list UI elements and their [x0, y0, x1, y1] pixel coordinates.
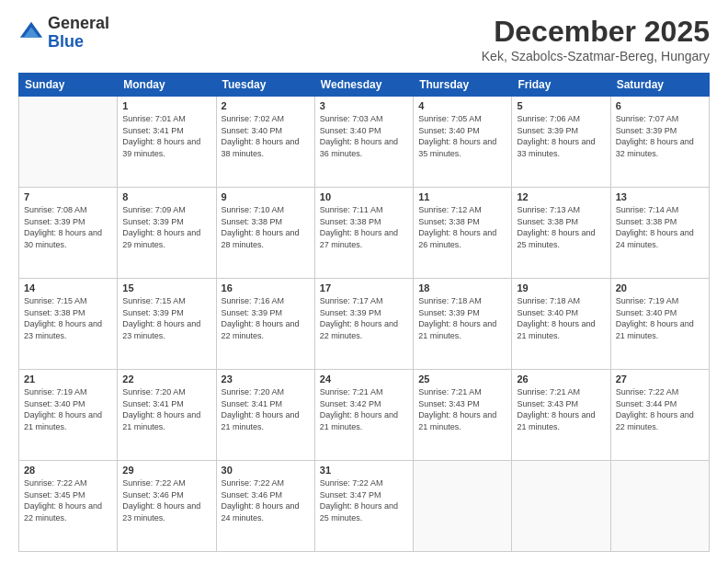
day-info: Sunrise: 7:22 AMSunset: 3:47 PMDaylight:… — [320, 477, 408, 523]
calendar-cell: 7Sunrise: 7:08 AMSunset: 3:39 PMDaylight… — [19, 188, 118, 279]
day-number: 15 — [122, 282, 210, 293]
calendar-cell: 1Sunrise: 7:01 AMSunset: 3:41 PMDaylight… — [118, 97, 216, 188]
day-number: 25 — [418, 373, 506, 385]
calendar-cell: 22Sunrise: 7:20 AMSunset: 3:41 PMDayligh… — [118, 370, 216, 461]
day-info: Sunrise: 7:22 AMSunset: 3:45 PMDaylight:… — [24, 477, 112, 523]
day-number: 11 — [418, 191, 506, 202]
calendar-cell: 24Sunrise: 7:21 AMSunset: 3:42 PMDayligh… — [314, 370, 413, 461]
logo-text: General Blue — [48, 15, 109, 52]
day-number: 14 — [24, 282, 112, 293]
day-number: 3 — [320, 100, 408, 111]
day-number: 8 — [122, 191, 210, 202]
calendar-cell: 26Sunrise: 7:21 AMSunset: 3:43 PMDayligh… — [512, 370, 610, 461]
calendar-title: December 2025 — [482, 15, 710, 49]
day-number: 18 — [418, 282, 506, 293]
day-number: 29 — [122, 465, 210, 476]
day-number: 23 — [222, 373, 310, 385]
calendar-cell: 19Sunrise: 7:18 AMSunset: 3:40 PMDayligh… — [512, 279, 610, 370]
day-number: 24 — [320, 373, 408, 385]
calendar-subtitle: Kek, Szabolcs-Szatmar-Bereg, Hungary — [482, 49, 710, 63]
day-number: 22 — [122, 373, 210, 385]
calendar-cell: 13Sunrise: 7:14 AMSunset: 3:38 PMDayligh… — [610, 188, 709, 279]
calendar-cell: 4Sunrise: 7:05 AMSunset: 3:40 PMDaylight… — [414, 97, 512, 188]
calendar-cell: 8Sunrise: 7:09 AMSunset: 3:39 PMDaylight… — [118, 188, 216, 279]
calendar-cell: 18Sunrise: 7:18 AMSunset: 3:39 PMDayligh… — [414, 279, 512, 370]
calendar-cell: 25Sunrise: 7:21 AMSunset: 3:43 PMDayligh… — [414, 370, 512, 461]
calendar-week-row: 1Sunrise: 7:01 AMSunset: 3:41 PMDaylight… — [19, 97, 710, 188]
day-number: 26 — [517, 373, 605, 385]
day-info: Sunrise: 7:21 AMSunset: 3:42 PMDaylight:… — [320, 386, 408, 432]
calendar-cell: 5Sunrise: 7:06 AMSunset: 3:39 PMDaylight… — [512, 97, 610, 188]
calendar-cell: 15Sunrise: 7:15 AMSunset: 3:39 PMDayligh… — [118, 279, 216, 370]
calendar-table: SundayMondayTuesdayWednesdayThursdayFrid… — [18, 73, 710, 552]
day-info: Sunrise: 7:08 AMSunset: 3:39 PMDaylight:… — [24, 204, 112, 250]
day-number: 1 — [122, 100, 210, 111]
day-of-week-header: Monday — [118, 74, 216, 97]
day-number: 16 — [222, 282, 310, 293]
calendar-week-row: 14Sunrise: 7:15 AMSunset: 3:38 PMDayligh… — [19, 279, 710, 370]
day-number: 28 — [24, 465, 112, 476]
day-info: Sunrise: 7:14 AMSunset: 3:38 PMDaylight:… — [616, 204, 704, 250]
calendar-cell: 28Sunrise: 7:22 AMSunset: 3:45 PMDayligh… — [19, 461, 118, 552]
calendar-week-row: 7Sunrise: 7:08 AMSunset: 3:39 PMDaylight… — [19, 188, 710, 279]
calendar-cell — [19, 97, 118, 188]
calendar-cell: 3Sunrise: 7:03 AMSunset: 3:40 PMDaylight… — [314, 97, 413, 188]
calendar-cell: 21Sunrise: 7:19 AMSunset: 3:40 PMDayligh… — [19, 370, 118, 461]
day-info: Sunrise: 7:13 AMSunset: 3:38 PMDaylight:… — [517, 204, 605, 250]
calendar-body: 1Sunrise: 7:01 AMSunset: 3:41 PMDaylight… — [19, 97, 710, 552]
day-info: Sunrise: 7:07 AMSunset: 3:39 PMDaylight:… — [616, 113, 704, 159]
calendar-cell: 23Sunrise: 7:20 AMSunset: 3:41 PMDayligh… — [216, 370, 314, 461]
day-info: Sunrise: 7:19 AMSunset: 3:40 PMDaylight:… — [616, 295, 704, 341]
day-of-week-header: Thursday — [414, 74, 512, 97]
day-info: Sunrise: 7:02 AMSunset: 3:40 PMDaylight:… — [222, 113, 310, 159]
calendar-week-row: 21Sunrise: 7:19 AMSunset: 3:40 PMDayligh… — [19, 370, 710, 461]
calendar-cell: 17Sunrise: 7:17 AMSunset: 3:39 PMDayligh… — [314, 279, 413, 370]
day-number: 17 — [320, 282, 408, 293]
day-number: 27 — [616, 373, 704, 385]
day-of-week-header: Tuesday — [216, 74, 314, 97]
day-info: Sunrise: 7:18 AMSunset: 3:39 PMDaylight:… — [418, 295, 506, 341]
day-info: Sunrise: 7:01 AMSunset: 3:41 PMDaylight:… — [122, 113, 210, 159]
calendar-cell: 14Sunrise: 7:15 AMSunset: 3:38 PMDayligh… — [19, 279, 118, 370]
day-number: 7 — [24, 191, 112, 202]
day-info: Sunrise: 7:16 AMSunset: 3:39 PMDaylight:… — [222, 295, 310, 341]
day-info: Sunrise: 7:11 AMSunset: 3:38 PMDaylight:… — [320, 204, 408, 250]
day-info: Sunrise: 7:22 AMSunset: 3:46 PMDaylight:… — [122, 477, 210, 523]
day-of-week-header: Sunday — [19, 74, 118, 97]
day-info: Sunrise: 7:21 AMSunset: 3:43 PMDaylight:… — [517, 386, 605, 432]
calendar-cell: 9Sunrise: 7:10 AMSunset: 3:38 PMDaylight… — [216, 188, 314, 279]
calendar-cell — [512, 461, 610, 552]
calendar-cell: 2Sunrise: 7:02 AMSunset: 3:40 PMDaylight… — [216, 97, 314, 188]
day-number: 5 — [517, 100, 605, 111]
day-info: Sunrise: 7:20 AMSunset: 3:41 PMDaylight:… — [122, 386, 210, 432]
calendar-cell: 11Sunrise: 7:12 AMSunset: 3:38 PMDayligh… — [414, 188, 512, 279]
day-info: Sunrise: 7:20 AMSunset: 3:41 PMDaylight:… — [222, 386, 310, 432]
day-number: 4 — [418, 100, 506, 111]
day-number: 12 — [517, 191, 605, 202]
page: General Blue December 2025 Kek, Szabolcs… — [0, 0, 728, 563]
calendar-cell: 10Sunrise: 7:11 AMSunset: 3:38 PMDayligh… — [314, 188, 413, 279]
day-number: 31 — [320, 465, 408, 476]
calendar: SundayMondayTuesdayWednesdayThursdayFrid… — [18, 73, 710, 552]
day-number: 19 — [517, 282, 605, 293]
day-number: 10 — [320, 191, 408, 202]
day-number: 21 — [24, 373, 112, 385]
logo: General Blue — [18, 15, 109, 52]
logo-icon — [18, 20, 44, 46]
day-info: Sunrise: 7:18 AMSunset: 3:40 PMDaylight:… — [517, 295, 605, 341]
calendar-cell — [610, 461, 709, 552]
calendar-cell: 6Sunrise: 7:07 AMSunset: 3:39 PMDaylight… — [610, 97, 709, 188]
day-info: Sunrise: 7:12 AMSunset: 3:38 PMDaylight:… — [418, 204, 506, 250]
day-number: 20 — [616, 282, 704, 293]
calendar-cell: 16Sunrise: 7:16 AMSunset: 3:39 PMDayligh… — [216, 279, 314, 370]
logo-blue: Blue — [48, 33, 109, 52]
calendar-cell: 29Sunrise: 7:22 AMSunset: 3:46 PMDayligh… — [118, 461, 216, 552]
day-number: 30 — [222, 465, 310, 476]
days-of-week-row: SundayMondayTuesdayWednesdayThursdayFrid… — [19, 74, 710, 97]
day-info: Sunrise: 7:10 AMSunset: 3:38 PMDaylight:… — [222, 204, 310, 250]
calendar-cell: 20Sunrise: 7:19 AMSunset: 3:40 PMDayligh… — [610, 279, 709, 370]
calendar-cell: 12Sunrise: 7:13 AMSunset: 3:38 PMDayligh… — [512, 188, 610, 279]
day-info: Sunrise: 7:17 AMSunset: 3:39 PMDaylight:… — [320, 295, 408, 341]
day-info: Sunrise: 7:06 AMSunset: 3:39 PMDaylight:… — [517, 113, 605, 159]
calendar-header: SundayMondayTuesdayWednesdayThursdayFrid… — [19, 74, 710, 97]
